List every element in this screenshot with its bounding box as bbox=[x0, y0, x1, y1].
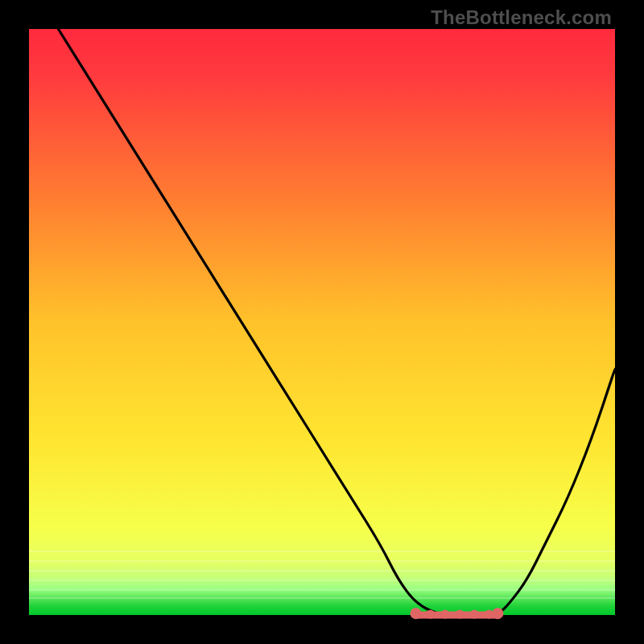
curve-layer bbox=[29, 29, 615, 615]
svg-point-12 bbox=[485, 610, 493, 619]
svg-point-14 bbox=[411, 608, 422, 619]
watermark-text: TheBottleneck.com bbox=[431, 6, 612, 29]
chart-frame: TheBottleneck.com bbox=[0, 0, 644, 644]
svg-point-11 bbox=[470, 610, 479, 619]
bottleneck-curve bbox=[58, 29, 615, 615]
svg-point-10 bbox=[456, 610, 464, 619]
svg-point-8 bbox=[426, 610, 435, 619]
plot-area bbox=[29, 29, 615, 615]
svg-point-9 bbox=[440, 610, 449, 619]
svg-point-15 bbox=[492, 608, 503, 619]
